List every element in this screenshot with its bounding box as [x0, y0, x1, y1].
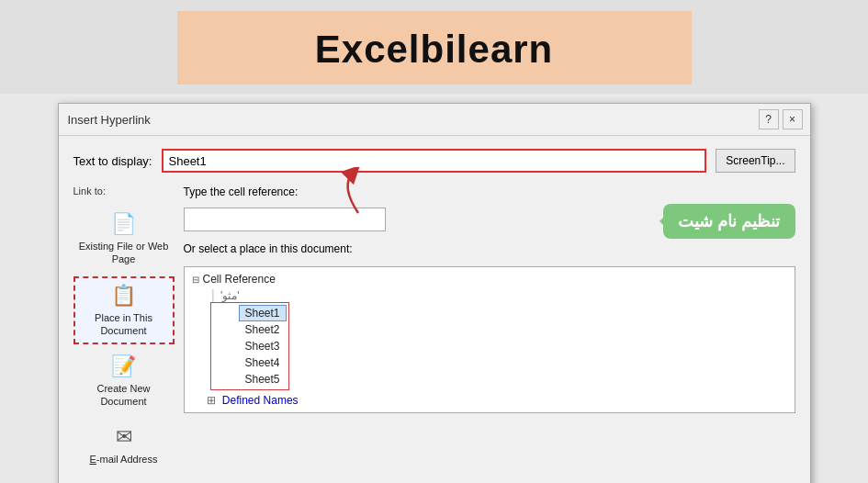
place-in-document-icon: 📋 — [111, 284, 136, 308]
tree-box: ⊟ Cell Reference │ 'مثو' Sheet1 — [184, 266, 795, 413]
tree-header-child: │ 'مثو' — [210, 289, 787, 302]
sheet-item-1[interactable]: Sheet1 — [239, 305, 287, 321]
tooltip-bubble: تنظیم نام شیت — [663, 204, 795, 239]
sheet-list-box: Sheet1 Sheet2 Sheet3 Sheet4 — [210, 302, 289, 390]
existing-file-icon: 📄 — [111, 212, 136, 236]
page: Insert Hyperlink ? × Text to display: Sc… — [0, 94, 868, 483]
dialog-titlebar: Insert Hyperlink ? × — [59, 104, 810, 136]
tree-root-cell-reference: ⊟ Cell Reference — [192, 273, 787, 286]
insert-hyperlink-dialog: Insert Hyperlink ? × Text to display: Sc… — [58, 103, 811, 483]
dialog-close-button[interactable]: × — [783, 109, 803, 129]
content-area: Type the cell reference: — [184, 185, 795, 472]
sidebar-item-place-label: Place in This Document — [79, 311, 169, 338]
sidebar-item-email-label: E-mail Address — [90, 453, 158, 466]
tree-header-label: 'مثو' — [220, 289, 240, 302]
sidebar-item-create-label: Create New Document — [78, 382, 170, 409]
tree-root-label: Cell Reference — [203, 273, 276, 286]
defined-names-label: Defined Names — [222, 394, 299, 407]
create-new-icon: 📝 — [111, 354, 136, 378]
dialog-title: Insert Hyperlink — [68, 113, 151, 127]
email-icon: ✉ — [116, 425, 132, 449]
link-to-label: Link to: — [73, 185, 106, 197]
sidebar-item-existing-file-label: Existing File or Web Page — [78, 240, 170, 266]
tree-expander-minus[interactable]: ⊟ — [192, 275, 199, 285]
cell-ref-input[interactable] — [184, 208, 386, 231]
sidebar-item-place-in-document[interactable]: 📋 Place in This Document — [73, 276, 175, 345]
dialog-controls: ? × — [759, 109, 803, 129]
sidebar-item-existing-file[interactable]: 📄 Existing File or Web Page — [73, 206, 175, 273]
main-area: Link to: 📄 Existing File or Web Page 📋 P… — [73, 185, 795, 472]
sheet-item-5[interactable]: Sheet5 — [239, 371, 287, 388]
select-place-label: Or select a place in this document: — [184, 242, 795, 255]
dialog-help-button[interactable]: ? — [759, 109, 779, 129]
banner-title: Excelbilearn — [315, 28, 553, 71]
cell-ref-label: Type the cell reference: — [184, 185, 795, 198]
cell-ref-row: تنظیم نام شیت — [184, 208, 795, 231]
dialog-body: Text to display: ScreenTip... Link to: 📄… — [59, 136, 810, 483]
sidebar-item-email[interactable]: ✉ E-mail Address — [73, 419, 175, 472]
text-display-row: Text to display: ScreenTip... — [73, 149, 795, 173]
sheet-item-2[interactable]: Sheet2 — [239, 321, 287, 338]
tree-expander-defined[interactable]: ⊞ — [207, 394, 216, 407]
text-display-label: Text to display: — [73, 154, 152, 168]
sidebar-item-create-new[interactable]: 📝 Create New Document — [73, 348, 175, 415]
tree-line-header: │ — [210, 289, 218, 302]
sheet-item-3[interactable]: Sheet3 — [239, 338, 287, 354]
sidebar: Link to: 📄 Existing File or Web Page 📋 P… — [73, 185, 184, 472]
text-display-input[interactable] — [162, 149, 707, 173]
screentip-button[interactable]: ScreenTip... — [716, 149, 795, 173]
tree-defined-names[interactable]: ⊞ Defined Names — [207, 394, 787, 407]
banner: Excelbilearn — [177, 11, 692, 84]
sheet-item-4[interactable]: Sheet4 — [239, 354, 287, 371]
